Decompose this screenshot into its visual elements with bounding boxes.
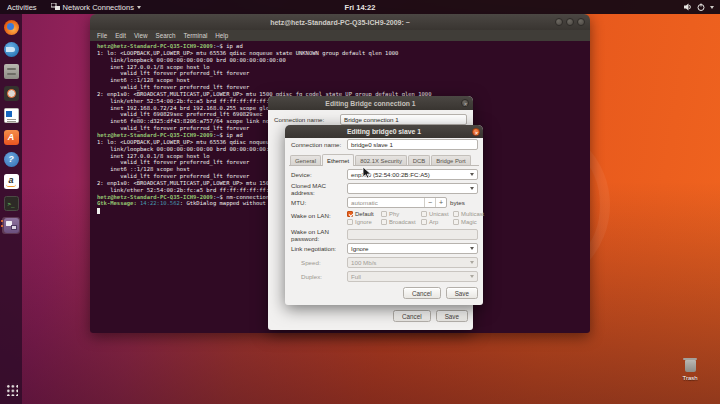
duplex-value: Full	[351, 273, 361, 280]
bridge-save-button[interactable]: Save	[436, 310, 468, 322]
rhythmbox-icon[interactable]	[2, 85, 20, 102]
wol-password-label: Wake on LAN password:	[291, 228, 347, 242]
wol-password-input	[347, 229, 478, 240]
close-icon[interactable]: ✕	[472, 128, 480, 136]
trash-icon[interactable]: Trash	[676, 360, 704, 381]
mtu-decrement-button[interactable]: −	[424, 198, 435, 207]
speed-label: Speed:	[291, 259, 347, 266]
terminal-line: 1: lo: <LOOPBACK,UP,LOWER_UP> mtu 65536 …	[97, 50, 590, 57]
wol-checkbox-unicast: Unicast	[421, 211, 453, 217]
slave-connection-name-label: Connection name:	[291, 141, 347, 148]
terminal-menubar: FileEditViewSearchTerminalHelp	[90, 30, 590, 41]
mtu-label: MTU:	[291, 199, 347, 206]
app-menu-label: Network Connections	[63, 3, 134, 12]
wol-checkbox-broadcast: Broadcast	[381, 219, 421, 225]
cloned-mac-input[interactable]	[347, 183, 478, 194]
tab-dcb[interactable]: DCB	[408, 155, 430, 165]
cloned-mac-label: Cloned MAC address:	[291, 182, 347, 196]
link-negotiation-label: Link negotiation:	[291, 245, 347, 252]
trash-can-glyph	[685, 360, 696, 372]
bridge-connection-name-input[interactable]: Bridge connection 1	[340, 114, 467, 125]
amazon-icon[interactable]: a	[2, 173, 20, 190]
wol-checkbox-ignore: Ignore	[347, 219, 381, 225]
chevron-down-icon	[137, 6, 141, 9]
duplex-label: Duplex:	[291, 273, 347, 280]
show-applications-icon[interactable]	[2, 381, 20, 398]
tab-general[interactable]: General	[290, 155, 321, 165]
volume-icon	[684, 3, 692, 11]
terminal-icon[interactable]: >_	[2, 195, 20, 212]
chevron-down-icon	[470, 247, 474, 250]
menu-edit[interactable]: Edit	[115, 32, 126, 39]
slave-dialog-titlebar[interactable]: Editing bridge0 slave 1 ✕	[285, 125, 483, 138]
device-label: Device:	[291, 171, 347, 178]
chevron-down-icon	[470, 173, 474, 176]
wol-checkbox-default[interactable]: Default	[347, 211, 381, 217]
terminal-title: hetz@hetz-Standard-PC-Q35-ICH9-2009: ~	[270, 19, 410, 26]
chevron-down-icon	[710, 6, 714, 9]
terminal-titlebar[interactable]: hetz@hetz-Standard-PC-Q35-ICH9-2009: ~	[90, 14, 590, 30]
network-connections-icon	[51, 3, 60, 11]
tab-802-1x-security[interactable]: 802.1X Security	[355, 155, 407, 165]
clock[interactable]: Fri 14:22	[345, 3, 376, 12]
slave-dialog-tabs: GeneralEthernet802.1X SecurityDCBBridge …	[289, 152, 479, 166]
libreoffice-writer-icon[interactable]	[2, 107, 20, 124]
terminal-line: valid_lft forever preferred_lft forever	[97, 70, 590, 77]
terminal-line: link/loopback 00:00:00:00:00:00 brd 00:0…	[97, 57, 590, 64]
mtu-stepper[interactable]: automatic − +	[347, 197, 447, 208]
menu-file[interactable]: File	[97, 32, 107, 39]
terminal-line: valid_lft forever preferred_lft forever	[97, 84, 590, 91]
terminal-line: hetz@hetz-Standard-PC-Q35-ICH9-2009:~$ i…	[97, 43, 590, 50]
activities-button[interactable]: Activities	[0, 0, 44, 14]
firefox-icon[interactable]	[2, 19, 20, 36]
link-negotiation-select[interactable]: Ignore	[347, 243, 478, 254]
app-menu[interactable]: Network Connections	[44, 0, 148, 14]
terminal-line: inet 127.0.0.1/8 scope host lo	[97, 64, 590, 71]
activities-label: Activities	[7, 3, 37, 12]
tab-bridge-port[interactable]: Bridge Port	[431, 155, 470, 165]
bridge-cancel-button[interactable]: Cancel	[393, 310, 431, 322]
wol-checkbox-arp: Arp	[421, 219, 453, 225]
desktop: Activities Network Connections Fri 14:22	[0, 0, 720, 404]
wol-checkbox-magic: Magic	[453, 219, 477, 225]
mouse-cursor	[362, 166, 372, 179]
ubuntu-software-icon[interactable]: A	[2, 129, 20, 146]
menu-view[interactable]: View	[134, 32, 148, 39]
dock: A?a>_	[0, 14, 22, 404]
chevron-down-icon	[470, 187, 474, 190]
close-icon[interactable]: ✕	[461, 99, 469, 107]
slave-cancel-button[interactable]: Cancel	[403, 287, 441, 299]
terminal-line: inet6 ::1/128 scope host	[97, 77, 590, 84]
menu-search[interactable]: Search	[156, 32, 176, 39]
system-tray[interactable]	[684, 3, 720, 11]
speed-value: 100 Mb/s	[351, 259, 376, 266]
bridge-dialog-title: Editing Bridge connection 1	[325, 100, 415, 107]
slave-connection-name-input[interactable]: bridge0 slave 1	[347, 139, 478, 150]
trash-label: Trash	[676, 375, 704, 381]
wol-checkbox-multicast: Multicast	[453, 211, 484, 217]
mtu-unit-label: bytes	[450, 199, 465, 206]
tab-ethernet[interactable]: Ethernet	[322, 154, 354, 166]
duplex-select: Full	[347, 271, 478, 282]
chevron-down-icon	[470, 261, 474, 264]
menu-terminal[interactable]: Terminal	[184, 32, 208, 39]
minimize-icon[interactable]	[555, 18, 563, 26]
maximize-icon[interactable]	[566, 18, 574, 26]
slave-dialog-title: Editing bridge0 slave 1	[347, 128, 421, 135]
chevron-down-icon	[470, 275, 474, 278]
bridge-dialog-titlebar[interactable]: Editing Bridge connection 1 ✕	[268, 96, 473, 110]
help-icon[interactable]: ?	[2, 151, 20, 168]
thunderbird-icon[interactable]	[2, 41, 20, 58]
mtu-increment-button[interactable]: +	[435, 198, 446, 207]
top-bar: Activities Network Connections Fri 14:22	[0, 0, 720, 14]
link-negotiation-value: Ignore	[351, 245, 369, 252]
menu-help[interactable]: Help	[215, 32, 228, 39]
slave-save-button[interactable]: Save	[446, 287, 478, 299]
network-connections-icon[interactable]	[2, 217, 20, 234]
slave-connection-name-value: bridge0 slave 1	[351, 141, 393, 148]
bridge-connection-name-value: Bridge connection 1	[344, 116, 399, 123]
close-icon[interactable]	[577, 18, 585, 26]
wake-on-lan-label: Wake on LAN:	[291, 211, 347, 219]
files-icon[interactable]	[2, 63, 20, 80]
bridge-slave-dialog: Editing bridge0 slave 1 ✕ Connection nam…	[285, 125, 483, 305]
